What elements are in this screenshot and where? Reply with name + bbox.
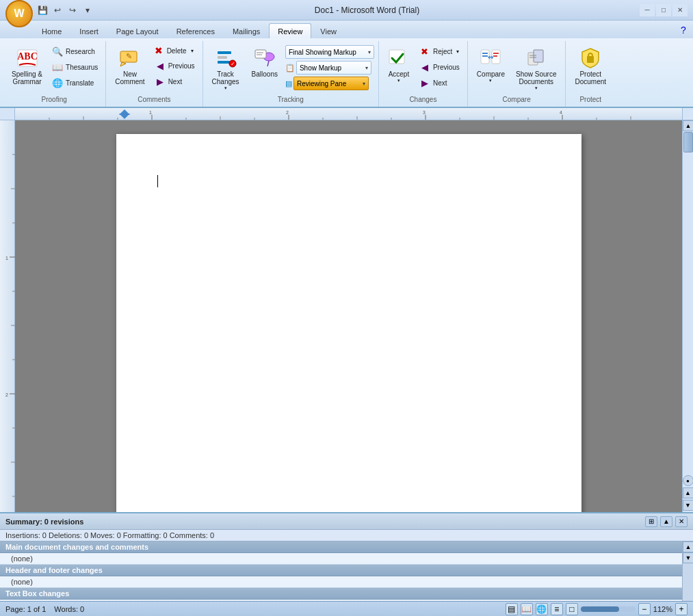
title-bar: W 💾 ↩ ↪ ▾ Doc1 - Microsoft Word (Trial) … — [0, 0, 693, 21]
vertical-scrollbar[interactable]: ▲ ● ▲ ▼ — [682, 120, 693, 512]
zoom-out-button[interactable]: − — [638, 603, 651, 615]
pane-minimize-button[interactable]: ▲ — [660, 516, 672, 527]
draft-button[interactable]: □ — [566, 603, 578, 615]
svg-text:ABC: ABC — [17, 51, 38, 62]
previous-change-icon: ◀ — [419, 62, 430, 72]
window-title: Doc1 - Microsoft Word (Trial) — [94, 5, 640, 15]
svg-marker-52 — [119, 113, 130, 119]
ruler-corner — [0, 108, 15, 120]
window-controls: ─ □ ✕ — [640, 4, 688, 16]
quick-access-toolbar: 💾 ↩ ↪ ▾ — [36, 3, 94, 17]
status-bar: Page: 1 of 1 Words: 0 ▤ 📖 🌐 ≡ □ − 112% + — [0, 601, 693, 616]
translate-button[interactable]: 🌐 Translate — [49, 75, 101, 90]
show-markup-dropdown[interactable]: Show Markup ▾ — [296, 61, 371, 75]
web-layout-button[interactable]: 🌐 — [536, 603, 548, 615]
reject-icon: ✖ — [419, 46, 430, 57]
select-browse-button[interactable]: ● — [683, 475, 694, 486]
show-source-button[interactable]: Show SourceDocuments ▾ — [511, 44, 561, 94]
new-comment-label: NewComment — [115, 70, 144, 85]
ruler-row: 1 2 3 4 — [0, 108, 693, 120]
ribbon-tabs: Home Insert Page Layout References Maili… — [0, 21, 693, 38]
tab-home[interactable]: Home — [33, 23, 70, 38]
ribbon-group-compare: ⇔ Compare ▾ Show Sou — [468, 41, 566, 107]
undo-button[interactable]: ↩ — [51, 3, 64, 17]
changes-label: Changes — [383, 94, 463, 105]
track-changes-button[interactable]: ✓ TrackChanges ▾ — [207, 44, 244, 94]
qa-dropdown[interactable]: ▾ — [81, 3, 94, 17]
final-showing-markup-dropdown[interactable]: Final Showing Markup ▾ — [285, 45, 374, 59]
reviewing-pane-dropdown[interactable]: Reviewing Pane ▾ — [293, 77, 369, 90]
research-icon: 🔍 — [52, 46, 63, 57]
full-reading-button[interactable]: 📖 — [521, 603, 533, 615]
previous-comment-button[interactable]: ◀ Previous — [151, 58, 198, 73]
protect-document-button[interactable]: ProtectDocument — [570, 44, 611, 89]
scroll-track[interactable] — [683, 131, 693, 474]
tab-insert[interactable]: Insert — [70, 23, 107, 38]
close-button[interactable]: ✕ — [672, 4, 688, 16]
track-changes-label: TrackChanges ▾ — [212, 70, 239, 91]
prev-page-button[interactable]: ▲ — [683, 487, 694, 498]
svg-text:1: 1 — [5, 256, 8, 260]
zoom-slider[interactable] — [581, 606, 636, 612]
ribbon-group-changes: Accept ▾ ✖ Reject ▾ ◀ Previous ▶ Next — [379, 41, 468, 107]
accept-dropdown-icon: ▾ — [397, 78, 400, 83]
svg-rect-27 — [587, 56, 594, 63]
protect-content: ProtectDocument — [570, 42, 611, 94]
spelling-grammar-button[interactable]: ABC Spelling &Grammar — [7, 44, 47, 89]
compare-label: Compare ▾ — [477, 70, 505, 83]
new-comment-button[interactable]: ✎ NewComment — [110, 44, 149, 89]
compare-button[interactable]: ⇔ Compare ▾ — [472, 44, 510, 87]
show-markup-arrow: ▾ — [365, 65, 368, 71]
research-button[interactable]: 🔍 Research — [49, 44, 101, 59]
svg-line-11 — [267, 61, 269, 66]
horizontal-ruler: 1 2 3 4 — [15, 108, 682, 120]
content-area: 1 2 3 4 — [0, 108, 693, 512]
tab-page-layout[interactable]: Page Layout — [107, 23, 168, 38]
scroll-bottom-controls: ● ▲ ▼ — [683, 474, 693, 512]
pane-restore-button[interactable]: ⊞ — [645, 516, 657, 527]
thesaurus-button[interactable]: 📖 Thesaurus — [49, 59, 101, 75]
doc-row: 1 2 3 — [0, 120, 693, 512]
scroll-up-button[interactable]: ▲ — [683, 120, 693, 131]
office-button[interactable]: W — [5, 0, 33, 27]
delete-icon: ✖ — [153, 45, 164, 56]
scroll-thumb[interactable] — [683, 132, 693, 152]
next-change-button[interactable]: ▶ Next — [416, 75, 463, 90]
svg-text:3: 3 — [423, 110, 426, 115]
redo-button[interactable]: ↪ — [66, 3, 79, 17]
accept-button[interactable]: Accept ▾ — [383, 44, 415, 87]
pane-close-button[interactable]: ✕ — [675, 516, 688, 527]
tab-references[interactable]: References — [168, 23, 224, 38]
help-button[interactable]: ? — [677, 23, 690, 37]
reject-button[interactable]: ✖ Reject ▾ — [416, 44, 463, 59]
maximize-button[interactable]: □ — [656, 4, 671, 16]
page-area[interactable] — [15, 120, 682, 512]
pane-scroll-down[interactable]: ▼ — [683, 552, 693, 563]
main-area: 1 2 3 4 — [0, 108, 693, 616]
delete-comment-button[interactable]: ✖ Delete ▾ — [151, 44, 198, 57]
save-button[interactable]: 💾 — [36, 3, 49, 17]
tab-mailings[interactable]: Mailings — [224, 23, 269, 38]
tab-view[interactable]: View — [311, 23, 345, 38]
word-count[interactable]: Words: 0 — [54, 605, 84, 613]
previous-comment-icon: ◀ — [155, 60, 166, 71]
compare-content: ⇔ Compare ▾ Show Sou — [472, 42, 562, 94]
compare-icon: ⇔ — [480, 47, 501, 69]
minimize-button[interactable]: ─ — [640, 4, 655, 16]
page-indicator[interactable]: Page: 1 of 1 — [5, 605, 46, 613]
document-page[interactable] — [116, 134, 581, 512]
tab-review[interactable]: Review — [269, 23, 311, 38]
zoom-in-button[interactable]: + — [675, 603, 688, 615]
svg-text:4: 4 — [560, 110, 562, 115]
reject-dropdown-arrow: ▾ — [456, 49, 459, 55]
pane-scroll-up[interactable]: ▲ — [683, 541, 693, 552]
outline-button[interactable]: ≡ — [551, 603, 563, 615]
previous-change-button[interactable]: ◀ Previous — [416, 59, 463, 75]
next-page-button[interactable]: ▼ — [683, 500, 694, 511]
next-comment-icon: ▶ — [155, 76, 166, 87]
proofing-small-buttons: 🔍 Research 📖 Thesaurus 🌐 Translate — [49, 44, 101, 90]
next-comment-button[interactable]: ▶ Next — [151, 74, 198, 89]
balloons-label: Balloons — [252, 70, 278, 78]
view-layout-button[interactable]: ▤ — [506, 603, 518, 615]
balloons-button[interactable]: Balloons — [247, 44, 283, 81]
